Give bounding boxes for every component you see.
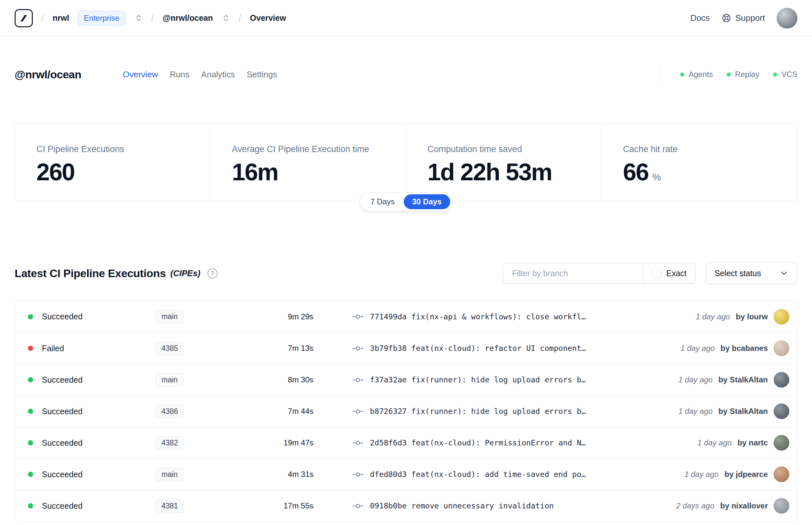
commit-text[interactable]: dfed80d3 feat(nx-cloud): add time-saved … <box>370 470 586 479</box>
stat-cache-hit-rate: Cache hit rate 66% <box>601 123 797 201</box>
commit-text[interactable]: b8726327 fix(runner): hide log upload er… <box>370 407 586 416</box>
chevron-updown-icon <box>221 14 230 22</box>
cipes-section-header: Latest CI Pipeline Executions (CIPEs) ? … <box>15 262 797 284</box>
author: by StalkAltan <box>718 407 768 416</box>
stats-cards: CI Pipeline Executions 260 Average CI Pi… <box>15 123 797 201</box>
vertical-divider <box>660 67 660 81</box>
duration: 19m 47s <box>242 438 313 447</box>
time-ago: 1 day ago <box>680 344 715 353</box>
branch-badge[interactable]: 4381 <box>156 499 184 513</box>
status-dot <box>28 346 33 351</box>
breadcrumb-page: Overview <box>250 13 286 23</box>
status-label: VCS <box>781 70 797 79</box>
branch-badge[interactable]: main <box>156 310 184 323</box>
help-icon[interactable]: ? <box>208 268 218 279</box>
docs-link[interactable]: Docs <box>691 13 710 23</box>
branch-filter-input[interactable] <box>503 263 643 283</box>
green-dot-icon <box>680 73 684 77</box>
status-agents[interactable]: Agents <box>680 70 713 79</box>
branch-badge[interactable]: 4385 <box>156 342 184 355</box>
status-select-button[interactable]: Select status <box>706 262 797 284</box>
breadcrumb-org[interactable]: nrwl <box>52 13 69 23</box>
branch-cell: main <box>156 310 242 323</box>
status-replay[interactable]: Replay <box>726 70 760 79</box>
branch-badge[interactable]: 4382 <box>156 436 184 450</box>
commit-text[interactable]: 0918b0be remove unnecessary invalidation <box>370 501 554 510</box>
tab-overview[interactable]: Overview <box>123 70 158 79</box>
stat-value: 66% <box>623 158 784 186</box>
enterprise-badge: Enterprise <box>78 11 125 26</box>
tab-analytics[interactable]: Analytics <box>201 70 235 79</box>
duration: 4m 31s <box>242 470 313 479</box>
branch-badge[interactable]: main <box>156 468 184 481</box>
status-dot <box>28 409 33 414</box>
chevron-down-icon <box>780 269 788 278</box>
row-avatar <box>774 372 789 388</box>
commit-text[interactable]: 2d58f6d3 feat(nx-cloud): PermissionError… <box>370 438 586 447</box>
nx-cloud-logo[interactable] <box>15 9 33 27</box>
commit-text[interactable]: f37a32ae fix(runner): hide log upload er… <box>370 375 586 384</box>
top-nav: / nrwl Enterprise / @nrwl/ocean / Overvi… <box>0 0 812 36</box>
stat-suffix: % <box>652 171 661 182</box>
commit-cell: f37a32ae fix(runner): hide log upload er… <box>352 375 669 384</box>
chevron-updown-icon <box>134 14 143 22</box>
branch-filter-group: Exact <box>503 263 695 284</box>
stat-number: 66 <box>623 159 648 185</box>
section-title: Latest CI Pipeline Executions <box>15 267 166 280</box>
status-label: Replay <box>735 70 760 79</box>
git-commit-icon <box>352 439 364 447</box>
row-meta: 1 day ago by nartc <box>688 435 789 451</box>
cipe-row[interactable]: Succeeded 4382 19m 47s 2d58f6d3 feat(nx-… <box>15 427 797 459</box>
main-content: @nrwl/ocean Overview Runs Analytics Sett… <box>0 67 812 522</box>
nx-logo-icon <box>19 13 29 23</box>
commit-text[interactable]: 3b79fb38 feat(nx-cloud): refactor UI com… <box>370 344 586 353</box>
branch-cell: 4381 <box>156 499 242 513</box>
row-meta: 1 day ago by jdpearce <box>675 466 789 482</box>
cipe-row[interactable]: Succeeded main 8m 30s f37a32ae fix(runne… <box>15 364 797 395</box>
cipe-row[interactable]: Succeeded main 9m 29s 771499da fix(nx-ap… <box>15 301 797 332</box>
author: by jdpearce <box>725 470 768 479</box>
time-ago: 1 day ago <box>698 438 732 447</box>
org-switcher-icon[interactable] <box>134 14 143 22</box>
workspace-switcher-icon[interactable] <box>221 14 230 22</box>
commit-text[interactable]: 771499da fix(nx-api & workflows): close … <box>370 312 586 321</box>
duration: 7m 13s <box>242 344 313 353</box>
cipe-row[interactable]: Failed 4385 7m 13s 3b79fb38 feat(nx-clou… <box>15 332 797 364</box>
cipe-row[interactable]: Succeeded 4381 17m 55s 0918b0be remove u… <box>15 490 797 522</box>
git-commit-icon <box>352 408 364 415</box>
support-link[interactable]: Support <box>721 13 765 23</box>
row-avatar <box>774 466 789 482</box>
breadcrumb-workspace[interactable]: @nrwl/ocean <box>163 13 213 23</box>
git-commit-icon <box>352 345 364 352</box>
stat-label: Average CI Pipeline Execution time <box>232 144 393 154</box>
commit-cell: 771499da fix(nx-api & workflows): close … <box>352 312 686 321</box>
green-dot-icon <box>726 73 731 77</box>
duration: 17m 55s <box>242 501 313 510</box>
breadcrumb-separator: / <box>151 12 154 24</box>
tab-settings[interactable]: Settings <box>246 70 277 79</box>
integration-statuses: Agents Replay VCS <box>660 67 797 81</box>
status-vcs[interactable]: VCS <box>773 70 797 79</box>
stat-value: 1d 22h 53m <box>427 158 588 186</box>
cipe-row[interactable]: Succeeded 4386 7m 44s b8726327 fix(runne… <box>15 395 797 427</box>
range-7-days-button[interactable]: 7 Days <box>362 194 403 209</box>
cipe-table: Succeeded main 9m 29s 771499da fix(nx-ap… <box>15 300 797 522</box>
git-commit-icon <box>352 376 364 384</box>
range-30-days-button[interactable]: 30 Days <box>404 194 450 209</box>
tab-runs[interactable]: Runs <box>170 70 190 79</box>
branch-badge[interactable]: main <box>156 373 184 387</box>
lifebuoy-icon <box>721 13 732 23</box>
nav-actions: Docs Support <box>691 8 797 29</box>
cipe-row[interactable]: Succeeded main 4m 31s dfed80d3 feat(nx-c… <box>15 459 797 490</box>
status-label: Succeeded <box>42 470 156 479</box>
status-label: Succeeded <box>42 375 156 385</box>
git-commit-icon <box>352 502 364 510</box>
author: by nixallover <box>720 501 768 510</box>
author: by StalkAltan <box>718 375 768 384</box>
author: by nartc <box>738 438 768 447</box>
exact-checkbox[interactable] <box>652 269 661 278</box>
user-avatar[interactable] <box>777 8 797 29</box>
stat-average-execution-time: Average CI Pipeline Execution time 16m <box>211 123 406 201</box>
status-dot <box>28 440 33 446</box>
branch-badge[interactable]: 4386 <box>156 405 184 418</box>
